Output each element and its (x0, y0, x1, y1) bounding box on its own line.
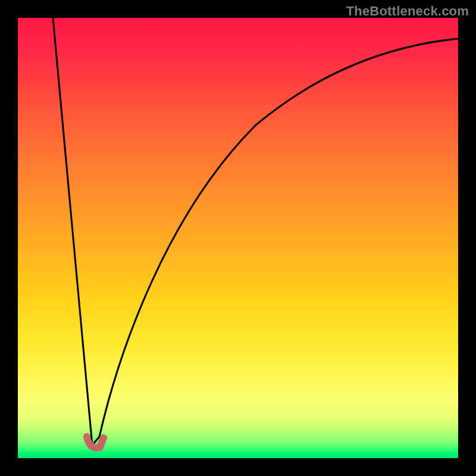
plot-area (18, 18, 458, 458)
chart-frame: TheBottleneck.com (0, 0, 476, 476)
bottleneck-curve (53, 18, 458, 445)
watermark-text: TheBottleneck.com (346, 4, 469, 19)
curve-layer (18, 18, 458, 458)
